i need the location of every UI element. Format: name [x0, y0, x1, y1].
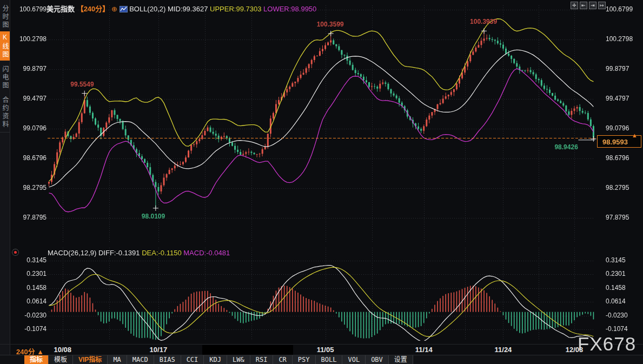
price-axis-label: 99.8797 [606, 65, 643, 72]
price-annotation: 100.3939 [470, 18, 497, 25]
current-price-value: 98.9593 [602, 138, 628, 146]
crosshair-move-icon[interactable]: ✛ [571, 2, 578, 9]
toolbar-button-[interactable]: 设置 [389, 355, 413, 364]
price-annotation: 98.9426 [554, 143, 578, 151]
macd-axis-label: 0.0614 [606, 297, 643, 305]
toolbar-button-obv[interactable]: OBV [366, 355, 389, 364]
go-latest-icon[interactable]: ↦ [598, 2, 606, 9]
macd-axis-label: 0.2301 [606, 270, 643, 277]
boll-label: BOLL(20,2) [129, 5, 165, 13]
macd-header: MACD(26,12,9) DIFF:-0.1391 DEA:-0.1150 M… [48, 249, 230, 257]
symbol-title: 美元指数 [47, 5, 75, 13]
toolbar-button-macd[interactable]: MACD [127, 355, 154, 364]
toolbar-button-cci[interactable]: CCI [181, 355, 204, 364]
sidebar-item-candle-chart[interactable]: K线图 [0, 31, 10, 61]
chart-canvas[interactable] [0, 0, 643, 364]
shift-right-icon[interactable]: ⇥ [589, 2, 596, 9]
price-annotation: 99.5549 [70, 81, 94, 88]
redacted-box [202, 345, 293, 355]
trading-app-window: 分时图 K线图 闪电图 合约资料 美元指数 【240分】 ⊕ BOLL(20,2… [0, 0, 643, 364]
sidebar-item-contract-info[interactable]: 合约资料 [0, 93, 10, 133]
price-axis-label: 98.2795 [606, 184, 643, 191]
macd-indicator-dot-icon [12, 249, 19, 256]
line-chart-icon[interactable] [120, 6, 128, 12]
indicator-toolbar: 指标模板VIP指标MAMACDBIASCCIKDJLW&RSICRPSYBOLL… [0, 355, 643, 364]
sidebar-item-flash-chart[interactable]: 闪电图 [0, 63, 10, 92]
toolbar-button-[interactable]: 模板 [49, 355, 73, 364]
boll-upper-value: UPPER:99.7303 [210, 5, 261, 13]
macd-axis-label: -0.0230 [606, 312, 643, 319]
toolbar-button-vip[interactable]: VIP指标 [73, 355, 108, 364]
price-axis-label: 100.6799 [606, 5, 643, 13]
sidebar: 分时图 K线图 闪电图 合约资料 [0, 0, 10, 364]
macd-axis-label: -0.1074 [606, 325, 643, 333]
price-axis-label: 100.2798 [606, 35, 643, 43]
period-badge: 【240分】 [77, 5, 110, 13]
toolbar-button-psy[interactable]: PSY [293, 355, 316, 364]
toolbar-button-vol[interactable]: VOL [342, 355, 366, 364]
watermark: FX678 [578, 333, 636, 355]
toolbar-button-bias[interactable]: BIAS [154, 355, 181, 364]
price-annotation: 100.3599 [317, 21, 344, 28]
toolbar-button-cr[interactable]: CR [273, 355, 292, 364]
price-axis-label: 98.6796 [606, 154, 643, 162]
macd-dea-value: DEA:-0.1150 [142, 249, 181, 257]
macd-axis-label: 0.1458 [606, 284, 643, 292]
add-indicator-icon[interactable]: ⊕ [111, 5, 117, 13]
macd-axis-label: 0.3145 [606, 256, 643, 264]
toolbar-button-boll[interactable]: BOLL [316, 355, 343, 364]
boll-mid-value: MID:99.3627 [168, 5, 208, 13]
boll-lower-value: LOWER:98.9950 [263, 5, 316, 13]
price-axis-label: 97.8795 [606, 214, 643, 221]
toolbar-button-[interactable]: 指标 [24, 355, 49, 364]
toolbar-button-rsi[interactable]: RSI [250, 355, 274, 364]
shift-left-icon[interactable]: ⇤ [580, 2, 587, 9]
macd-hist-value: MACD:-0.0481 [183, 249, 230, 257]
toolbar-button-ma[interactable]: MA [108, 355, 127, 364]
price-annotation: 98.0109 [142, 213, 165, 220]
window-controls: ✛ ⇤ ⇥ ↦ [571, 2, 606, 9]
toolbar-button-lw[interactable]: LW& [227, 355, 250, 364]
x-axis-row: 240分 ▲ [0, 344, 643, 355]
price-axis-label: 99.4797 [606, 95, 643, 102]
macd-label: MACD(26,12,9) [48, 249, 96, 257]
chart-header: 美元指数 【240分】 ⊕ BOLL(20,2) MID:99.3627 UPP… [47, 3, 316, 14]
macd-diff-value: DIFF:-0.1391 [98, 249, 140, 257]
sidebar-item-time-chart[interactable]: 分时图 [0, 2, 10, 31]
price-up-arrow-icon: ▲ [632, 129, 638, 142]
toolbar-button-kdj[interactable]: KDJ [204, 355, 227, 364]
current-price-box: 98.9593 ▲ [597, 135, 641, 148]
